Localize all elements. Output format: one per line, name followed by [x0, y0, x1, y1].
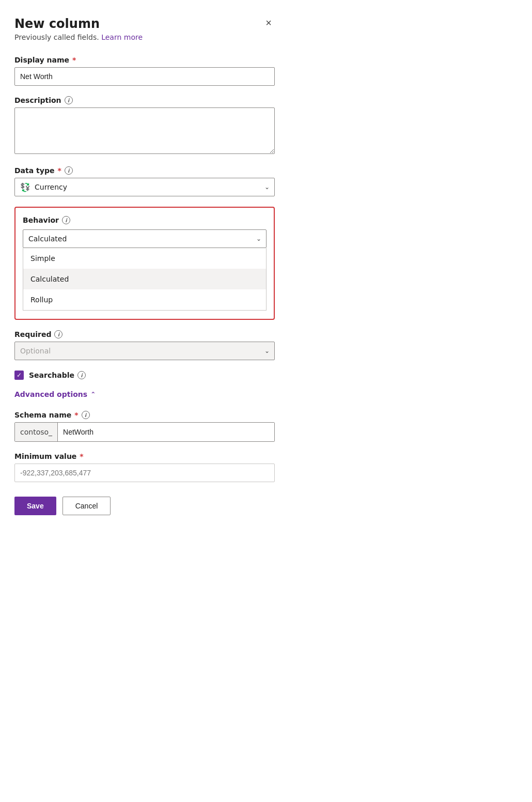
advanced-options-label: Advanced options [14, 390, 87, 398]
schema-name-label: Schema name * i [14, 411, 275, 419]
required-group: Required i Optional ⌄ [14, 330, 275, 360]
required-label: Required i [14, 330, 275, 338]
required-select-wrapper: Optional ⌄ [14, 342, 275, 360]
minimum-value-required-star: * [80, 452, 83, 460]
searchable-row: ✓ Searchable i [14, 371, 275, 380]
searchable-checkbox[interactable]: ✓ [14, 371, 24, 380]
new-column-panel: × New column Previously called fields. L… [0, 0, 289, 536]
behavior-option-rollup[interactable]: Rollup [23, 289, 266, 310]
panel-subtitle: Previously called fields. Learn more [14, 33, 275, 41]
behavior-option-calculated[interactable]: Calculated [23, 269, 266, 289]
learn-more-link[interactable]: Learn more [101, 33, 143, 41]
description-info-icon: i [65, 96, 73, 104]
minimum-value-input[interactable] [14, 464, 275, 482]
searchable-info-icon: i [77, 371, 86, 379]
checkmark-icon: ✓ [17, 372, 22, 379]
description-label: Description i [14, 96, 275, 104]
behavior-info-icon: i [62, 216, 70, 224]
display-name-required-star: * [72, 56, 76, 64]
required-value: Optional [20, 347, 51, 355]
button-row: Save Cancel [14, 497, 275, 515]
currency-icon: 💱 [20, 182, 30, 192]
advanced-options-toggle[interactable]: Advanced options ⌃ [14, 390, 275, 398]
data-type-info-icon: i [65, 166, 73, 175]
save-button[interactable]: Save [14, 497, 56, 515]
searchable-label: Searchable i [29, 371, 86, 379]
data-type-value: Currency [35, 183, 67, 191]
cancel-button[interactable]: Cancel [62, 497, 111, 515]
behavior-dropdown-menu: Simple Calculated Rollup [23, 248, 267, 311]
description-group: Description i [14, 96, 275, 156]
data-type-select-wrapper: 💱 Currency ⌄ [14, 178, 275, 196]
description-input[interactable] [14, 107, 275, 154]
panel-title: New column [14, 17, 275, 31]
behavior-select-wrapper: Calculated ⌄ [23, 229, 267, 248]
data-type-required-star: * [57, 166, 61, 175]
display-name-input[interactable] [14, 67, 275, 86]
close-button[interactable]: × [260, 14, 277, 31]
schema-name-field: contoso_ [14, 422, 275, 442]
data-type-select[interactable]: 💱 Currency [14, 178, 275, 196]
advanced-options-chevron-icon: ⌃ [90, 391, 96, 398]
schema-name-info-icon: i [82, 411, 90, 419]
subtitle-text: Previously called fields. [14, 33, 99, 41]
behavior-selected-value: Calculated [28, 235, 67, 243]
schema-name-group: Schema name * i contoso_ [14, 411, 275, 442]
data-type-group: Data type * i 💱 Currency ⌄ [14, 166, 275, 196]
behavior-select[interactable]: Calculated [23, 229, 267, 248]
schema-name-input[interactable] [58, 423, 274, 441]
schema-name-required-star: * [74, 411, 78, 419]
minimum-value-group: Minimum value * [14, 452, 275, 482]
data-type-label: Data type * i [14, 166, 275, 175]
required-select[interactable]: Optional [14, 342, 275, 360]
display-name-label: Display name * [14, 56, 275, 64]
schema-name-prefix: contoso_ [15, 423, 58, 441]
behavior-label: Behavior i [23, 216, 267, 224]
display-name-group: Display name * [14, 56, 275, 86]
minimum-value-label: Minimum value * [14, 452, 275, 460]
behavior-option-simple[interactable]: Simple [23, 248, 266, 269]
required-info-icon: i [54, 330, 62, 338]
behavior-section: Behavior i Calculated ⌄ Simple Calculate… [14, 207, 275, 320]
